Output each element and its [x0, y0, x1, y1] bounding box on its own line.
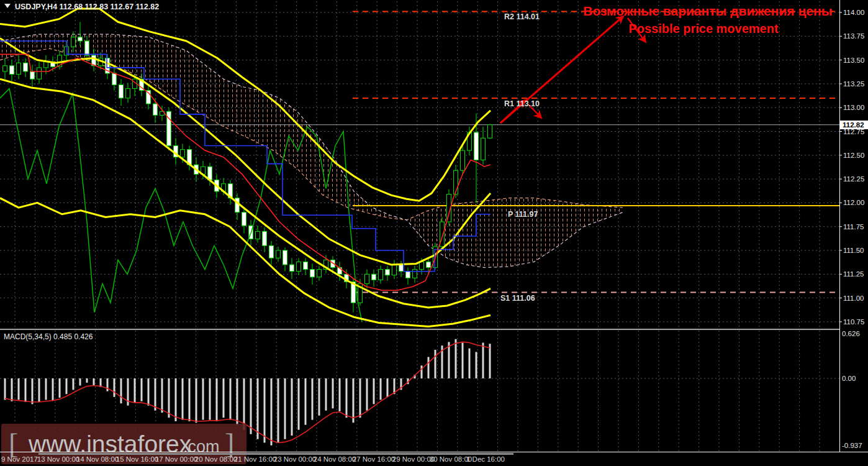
candle-body[interactable]: [112, 73, 117, 85]
candle-body[interactable]: [283, 250, 287, 265]
price-tick-label: 111.00: [843, 295, 864, 302]
time-tick-label: 23 Nov 00:00: [274, 455, 316, 463]
candle-body[interactable]: [406, 272, 410, 278]
candle-body[interactable]: [420, 262, 424, 269]
pivot-label-s1[interactable]: S1 111.06: [500, 294, 535, 303]
candle-body[interactable]: [153, 104, 158, 115]
candle-body[interactable]: [413, 270, 417, 278]
price-tick-label: 111.25: [843, 270, 864, 278]
macd-scale-label: 0.00: [842, 375, 856, 382]
macd-label: MACD(5,34,5) 0.485 0.426: [4, 332, 93, 341]
candle-body[interactable]: [10, 66, 14, 75]
candle-body[interactable]: [379, 270, 383, 280]
time-tick-label: 27 Nov 16:00: [353, 455, 395, 463]
macd-scale-label: -0.937: [842, 442, 862, 449]
time-tick-label: 1 Dec 16:00: [466, 455, 505, 463]
annotation-en[interactable]: Possible price movement: [628, 22, 779, 35]
candle-body[interactable]: [181, 150, 185, 157]
candle-body[interactable]: [30, 71, 35, 79]
symbol-title: USDJPY,H4 112.68 112.83 112.67 112.82: [15, 2, 159, 11]
current-price-value: 112.82: [843, 121, 864, 129]
candle-body[interactable]: [304, 262, 308, 269]
time-tick-label: 21 Nov 16:00: [234, 455, 276, 463]
chart-canvas[interactable]: [ www.instaforex .com ] 114.00113.75113.…: [0, 0, 868, 466]
candle-body[interactable]: [256, 231, 260, 239]
symbol-title-group: USDJPY,H4 112.68 112.83 112.67 112.82: [4, 2, 159, 11]
pivot-label-p[interactable]: P 111.97: [508, 210, 538, 219]
price-tick-label: 111.50: [843, 247, 864, 254]
candle-body[interactable]: [310, 270, 315, 277]
candle-body[interactable]: [242, 212, 246, 226]
candle-body[interactable]: [24, 63, 28, 71]
candle-body[interactable]: [399, 265, 404, 272]
current-price-badge: 112.82: [840, 121, 868, 129]
horizontal-scrollbar[interactable]: [38, 453, 513, 455]
pivot-label-r1[interactable]: R1 113.10: [504, 99, 540, 108]
time-tick-label: 13 Nov 00:00: [37, 455, 79, 463]
candle-body[interactable]: [78, 37, 83, 41]
time-tick-label: 30 Nov 08:00: [430, 455, 472, 463]
price-tick-label: 111.75: [843, 223, 864, 231]
candle-body[interactable]: [488, 125, 492, 138]
candle-body[interactable]: [481, 138, 486, 160]
price-tick-label: 113.50: [843, 57, 864, 64]
candle-body[interactable]: [297, 262, 301, 271]
pivot-label-r2[interactable]: R2 114.01: [504, 12, 540, 21]
price-tick-label: 113.00: [843, 104, 864, 111]
candle-body[interactable]: [474, 132, 479, 160]
candle-body[interactable]: [461, 150, 465, 170]
candle-body[interactable]: [290, 265, 294, 272]
price-tick-label: 112.25: [843, 175, 864, 183]
price-tick-label: 112.00: [843, 199, 864, 206]
candle-body[interactable]: [392, 265, 397, 275]
candle-body[interactable]: [276, 250, 281, 258]
candle-body[interactable]: [85, 41, 89, 55]
macd-scale-label: 0.626: [842, 330, 860, 337]
price-tick-label: 114.00: [843, 9, 864, 16]
candle-body[interactable]: [37, 68, 42, 79]
candle-body[interactable]: [119, 85, 124, 98]
candle-body[interactable]: [126, 89, 130, 98]
time-tick-label: 20 Nov 08:00: [195, 455, 237, 463]
candle-body[interactable]: [269, 245, 274, 258]
mt4-chart-window: [ www.instaforex .com ] 114.00113.75113.…: [0, 0, 868, 466]
candle-body[interactable]: [317, 270, 322, 277]
time-tick-label: 24 Nov 08:00: [314, 455, 356, 463]
candle-body[interactable]: [17, 63, 21, 74]
candle-body[interactable]: [427, 262, 431, 267]
price-tick-label: 110.75: [843, 318, 864, 326]
time-tick-label: 14 Nov 08:00: [76, 455, 119, 463]
time-tick-label: 15 Nov 16:00: [116, 455, 158, 463]
time-tick-label: 9 Nov 2017: [1, 455, 38, 463]
time-tick-label: 17 Nov 00:00: [155, 455, 197, 463]
candle-body[interactable]: [44, 62, 48, 68]
annotation-ru[interactable]: Возможные варианты движения цены: [583, 4, 832, 18]
time-tick-label: 29 Nov 00:00: [392, 455, 435, 463]
candle-body[interactable]: [365, 274, 369, 283]
candle-body[interactable]: [3, 66, 7, 71]
price-tick-label: 113.25: [843, 80, 864, 88]
price-tick-label: 113.75: [843, 32, 864, 40]
price-tick-label: 112.50: [843, 152, 864, 159]
candle-body[interactable]: [386, 270, 390, 275]
candle-body[interactable]: [263, 231, 267, 245]
candle-body[interactable]: [71, 37, 76, 47]
candle-body[interactable]: [372, 274, 376, 280]
